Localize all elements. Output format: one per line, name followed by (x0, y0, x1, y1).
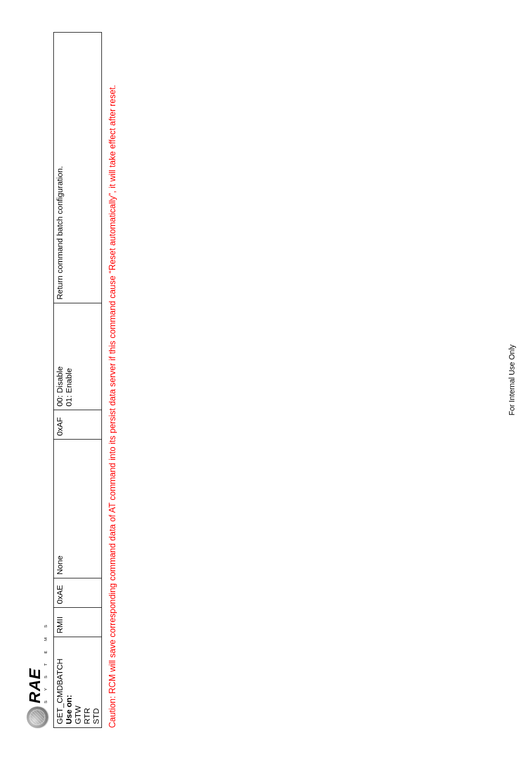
return-param-2: 01: Enable (64, 307, 73, 406)
logo: RAE S Y S T E M S (27, 32, 48, 728)
command-spec-table: GET_CMDBATCH Use on: GTW RTR STD RMII 0x… (53, 32, 102, 728)
cmd-name: GET_CMDBATCH (55, 640, 64, 724)
send-cmd: 0xAE (54, 578, 102, 608)
cmd-type: RMII (54, 608, 102, 637)
cmd-description: Return command batch configuration. (54, 33, 102, 303)
use-on-gtw: GTW (73, 640, 82, 724)
footer-text: For Internal Use Only (507, 0, 516, 760)
use-on-std: STD (91, 640, 100, 724)
logo-brand: RAE (27, 621, 43, 703)
use-on-label: Use on: (64, 640, 73, 724)
send-param: None (54, 440, 102, 578)
use-on-rtr: RTR (82, 640, 91, 724)
return-param-1: 00: Disable (55, 307, 64, 406)
return-cmd: 0xAF (54, 410, 102, 440)
caution-text: Caution: RCM will save corresponding com… (107, 32, 118, 728)
logo-mark-icon (27, 707, 48, 728)
table-row: GET_CMDBATCH Use on: GTW RTR STD RMII 0x… (54, 33, 102, 728)
logo-tagline: S Y S T E M S (44, 621, 48, 703)
